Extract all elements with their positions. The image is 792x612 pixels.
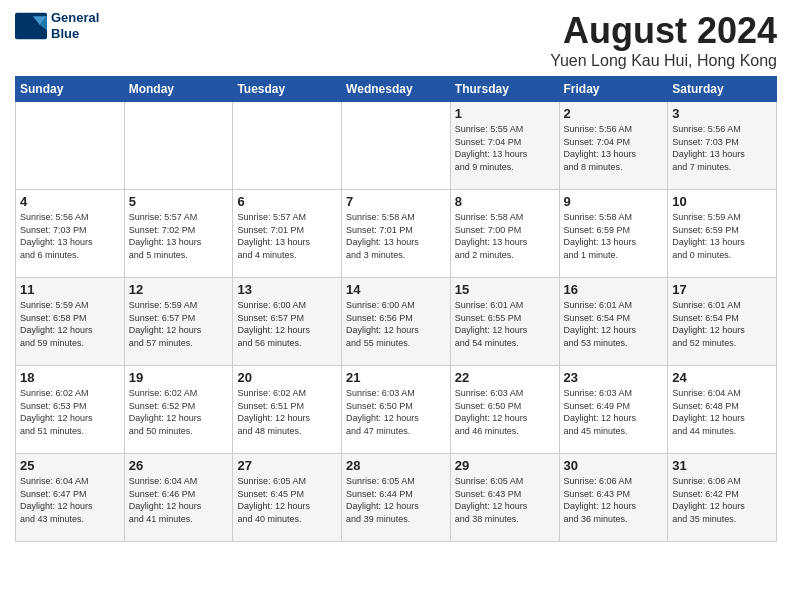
calendar-day-cell: 24Sunrise: 6:04 AM Sunset: 6:48 PM Dayli…: [668, 366, 777, 454]
day-number: 7: [346, 194, 446, 209]
day-detail: Sunrise: 6:01 AM Sunset: 6:54 PM Dayligh…: [672, 299, 772, 349]
calendar-day-cell: 3Sunrise: 5:56 AM Sunset: 7:03 PM Daylig…: [668, 102, 777, 190]
day-detail: Sunrise: 5:56 AM Sunset: 7:04 PM Dayligh…: [564, 123, 664, 173]
day-detail: Sunrise: 5:58 AM Sunset: 6:59 PM Dayligh…: [564, 211, 664, 261]
day-number: 19: [129, 370, 229, 385]
day-number: 3: [672, 106, 772, 121]
calendar-day-cell: 17Sunrise: 6:01 AM Sunset: 6:54 PM Dayli…: [668, 278, 777, 366]
calendar-day-cell: 7Sunrise: 5:58 AM Sunset: 7:01 PM Daylig…: [342, 190, 451, 278]
calendar-day-cell: 20Sunrise: 6:02 AM Sunset: 6:51 PM Dayli…: [233, 366, 342, 454]
column-header-wednesday: Wednesday: [342, 77, 451, 102]
calendar-day-cell: 13Sunrise: 6:00 AM Sunset: 6:57 PM Dayli…: [233, 278, 342, 366]
calendar-day-cell: 10Sunrise: 5:59 AM Sunset: 6:59 PM Dayli…: [668, 190, 777, 278]
day-number: 30: [564, 458, 664, 473]
calendar-day-cell: 30Sunrise: 6:06 AM Sunset: 6:43 PM Dayli…: [559, 454, 668, 542]
day-detail: Sunrise: 5:58 AM Sunset: 7:00 PM Dayligh…: [455, 211, 555, 261]
day-detail: Sunrise: 6:02 AM Sunset: 6:51 PM Dayligh…: [237, 387, 337, 437]
day-number: 31: [672, 458, 772, 473]
day-number: 29: [455, 458, 555, 473]
day-detail: Sunrise: 6:04 AM Sunset: 6:46 PM Dayligh…: [129, 475, 229, 525]
subtitle: Yuen Long Kau Hui, Hong Kong: [550, 52, 777, 70]
day-number: 18: [20, 370, 120, 385]
calendar-day-cell: 1Sunrise: 5:55 AM Sunset: 7:04 PM Daylig…: [450, 102, 559, 190]
calendar-day-cell: 23Sunrise: 6:03 AM Sunset: 6:49 PM Dayli…: [559, 366, 668, 454]
column-header-saturday: Saturday: [668, 77, 777, 102]
calendar-day-cell: 6Sunrise: 5:57 AM Sunset: 7:01 PM Daylig…: [233, 190, 342, 278]
day-detail: Sunrise: 5:59 AM Sunset: 6:57 PM Dayligh…: [129, 299, 229, 349]
main-title: August 2024: [550, 10, 777, 52]
calendar-day-cell: 18Sunrise: 6:02 AM Sunset: 6:53 PM Dayli…: [16, 366, 125, 454]
day-number: 4: [20, 194, 120, 209]
calendar-week-row: 11Sunrise: 5:59 AM Sunset: 6:58 PM Dayli…: [16, 278, 777, 366]
column-header-thursday: Thursday: [450, 77, 559, 102]
day-number: 10: [672, 194, 772, 209]
day-number: 12: [129, 282, 229, 297]
day-detail: Sunrise: 5:55 AM Sunset: 7:04 PM Dayligh…: [455, 123, 555, 173]
calendar-day-cell: 9Sunrise: 5:58 AM Sunset: 6:59 PM Daylig…: [559, 190, 668, 278]
day-detail: Sunrise: 5:57 AM Sunset: 7:02 PM Dayligh…: [129, 211, 229, 261]
day-number: 22: [455, 370, 555, 385]
calendar-day-cell: 4Sunrise: 5:56 AM Sunset: 7:03 PM Daylig…: [16, 190, 125, 278]
day-detail: Sunrise: 5:59 AM Sunset: 6:58 PM Dayligh…: [20, 299, 120, 349]
day-detail: Sunrise: 5:56 AM Sunset: 7:03 PM Dayligh…: [20, 211, 120, 261]
day-number: 14: [346, 282, 446, 297]
day-number: 13: [237, 282, 337, 297]
day-number: 11: [20, 282, 120, 297]
day-number: 16: [564, 282, 664, 297]
day-number: 8: [455, 194, 555, 209]
day-detail: Sunrise: 6:00 AM Sunset: 6:57 PM Dayligh…: [237, 299, 337, 349]
day-detail: Sunrise: 6:01 AM Sunset: 6:54 PM Dayligh…: [564, 299, 664, 349]
calendar-week-row: 25Sunrise: 6:04 AM Sunset: 6:47 PM Dayli…: [16, 454, 777, 542]
calendar-day-cell: 28Sunrise: 6:05 AM Sunset: 6:44 PM Dayli…: [342, 454, 451, 542]
day-number: 2: [564, 106, 664, 121]
column-header-sunday: Sunday: [16, 77, 125, 102]
calendar-day-cell: 26Sunrise: 6:04 AM Sunset: 6:46 PM Dayli…: [124, 454, 233, 542]
day-number: 9: [564, 194, 664, 209]
calendar-day-cell: 19Sunrise: 6:02 AM Sunset: 6:52 PM Dayli…: [124, 366, 233, 454]
day-detail: Sunrise: 5:59 AM Sunset: 6:59 PM Dayligh…: [672, 211, 772, 261]
calendar-day-cell: 31Sunrise: 6:06 AM Sunset: 6:42 PM Dayli…: [668, 454, 777, 542]
day-number: 1: [455, 106, 555, 121]
calendar-day-cell: 29Sunrise: 6:05 AM Sunset: 6:43 PM Dayli…: [450, 454, 559, 542]
calendar-day-cell: 11Sunrise: 5:59 AM Sunset: 6:58 PM Dayli…: [16, 278, 125, 366]
calendar-day-cell: 21Sunrise: 6:03 AM Sunset: 6:50 PM Dayli…: [342, 366, 451, 454]
day-detail: Sunrise: 6:06 AM Sunset: 6:42 PM Dayligh…: [672, 475, 772, 525]
day-detail: Sunrise: 6:03 AM Sunset: 6:50 PM Dayligh…: [346, 387, 446, 437]
day-detail: Sunrise: 6:03 AM Sunset: 6:49 PM Dayligh…: [564, 387, 664, 437]
logo: General Blue: [15, 10, 99, 41]
day-detail: Sunrise: 5:56 AM Sunset: 7:03 PM Dayligh…: [672, 123, 772, 173]
logo-text: General Blue: [51, 10, 99, 41]
day-detail: Sunrise: 6:02 AM Sunset: 6:52 PM Dayligh…: [129, 387, 229, 437]
calendar-day-cell: [124, 102, 233, 190]
day-detail: Sunrise: 6:02 AM Sunset: 6:53 PM Dayligh…: [20, 387, 120, 437]
day-number: 5: [129, 194, 229, 209]
day-detail: Sunrise: 6:04 AM Sunset: 6:48 PM Dayligh…: [672, 387, 772, 437]
calendar-day-cell: 27Sunrise: 6:05 AM Sunset: 6:45 PM Dayli…: [233, 454, 342, 542]
day-detail: Sunrise: 6:03 AM Sunset: 6:50 PM Dayligh…: [455, 387, 555, 437]
calendar-day-cell: 15Sunrise: 6:01 AM Sunset: 6:55 PM Dayli…: [450, 278, 559, 366]
day-number: 17: [672, 282, 772, 297]
calendar-table: SundayMondayTuesdayWednesdayThursdayFrid…: [15, 76, 777, 542]
day-detail: Sunrise: 6:00 AM Sunset: 6:56 PM Dayligh…: [346, 299, 446, 349]
column-header-monday: Monday: [124, 77, 233, 102]
calendar-day-cell: 5Sunrise: 5:57 AM Sunset: 7:02 PM Daylig…: [124, 190, 233, 278]
calendar-day-cell: 2Sunrise: 5:56 AM Sunset: 7:04 PM Daylig…: [559, 102, 668, 190]
calendar-week-row: 18Sunrise: 6:02 AM Sunset: 6:53 PM Dayli…: [16, 366, 777, 454]
day-number: 25: [20, 458, 120, 473]
day-number: 24: [672, 370, 772, 385]
logo-icon: [15, 12, 47, 40]
day-detail: Sunrise: 6:05 AM Sunset: 6:44 PM Dayligh…: [346, 475, 446, 525]
calendar-week-row: 1Sunrise: 5:55 AM Sunset: 7:04 PM Daylig…: [16, 102, 777, 190]
calendar-day-cell: 12Sunrise: 5:59 AM Sunset: 6:57 PM Dayli…: [124, 278, 233, 366]
day-detail: Sunrise: 5:58 AM Sunset: 7:01 PM Dayligh…: [346, 211, 446, 261]
day-detail: Sunrise: 6:01 AM Sunset: 6:55 PM Dayligh…: [455, 299, 555, 349]
day-number: 20: [237, 370, 337, 385]
day-number: 26: [129, 458, 229, 473]
column-header-friday: Friday: [559, 77, 668, 102]
day-number: 23: [564, 370, 664, 385]
day-number: 6: [237, 194, 337, 209]
calendar-day-cell: 14Sunrise: 6:00 AM Sunset: 6:56 PM Dayli…: [342, 278, 451, 366]
column-header-tuesday: Tuesday: [233, 77, 342, 102]
calendar-day-cell: 25Sunrise: 6:04 AM Sunset: 6:47 PM Dayli…: [16, 454, 125, 542]
day-number: 15: [455, 282, 555, 297]
